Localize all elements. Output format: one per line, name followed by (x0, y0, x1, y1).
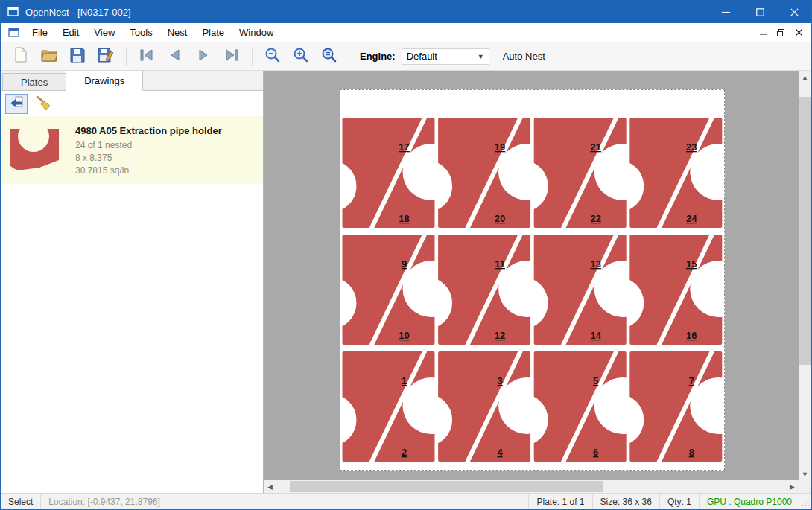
first-plate-button[interactable] (133, 45, 160, 68)
vertical-scroll-thumb[interactable] (799, 97, 811, 365)
scrollbar-corner (799, 480, 811, 493)
menu-item-nest[interactable]: Nest (160, 24, 195, 41)
svg-text:23: 23 (686, 141, 697, 153)
menu-item-file[interactable]: File (25, 24, 55, 41)
svg-text:10: 10 (399, 330, 409, 341)
scroll-up-icon[interactable]: ▲ (799, 71, 811, 83)
engine-value: Default (407, 51, 437, 62)
main-area: Plates Drawings (1, 71, 811, 493)
toolbar-separator (252, 48, 253, 66)
menu-bar: File Edit View Tools Nest Plate Window (1, 23, 811, 42)
open-folder-icon (40, 48, 58, 65)
save-floppy-icon (70, 48, 85, 65)
mdi-close-button[interactable] (790, 25, 807, 40)
svg-text:4: 4 (497, 447, 503, 458)
svg-text:20: 20 (495, 213, 505, 224)
svg-text:21: 21 (590, 141, 600, 153)
status-plate: Plate: 1 of 1 (528, 494, 591, 509)
drawings-toolbar (1, 91, 263, 116)
save-button[interactable] (64, 45, 91, 68)
zoom-out-button[interactable] (259, 45, 286, 68)
first-arrow-icon (139, 48, 155, 64)
svg-text:3: 3 (497, 375, 502, 386)
svg-text:1: 1 (402, 375, 407, 386)
drawing-list-item[interactable]: 4980 A05 Extraction pipe holder 24 of 1 … (1, 116, 263, 184)
next-arrow-icon (195, 48, 212, 64)
status-qty: Qty: 1 (659, 494, 699, 509)
svg-text:24: 24 (686, 213, 697, 224)
engine-label: Engine: (360, 51, 396, 62)
svg-text:12: 12 (495, 330, 505, 341)
auto-nest-button[interactable]: Auto Nest (503, 51, 545, 62)
zoom-fit-button[interactable] (316, 45, 343, 68)
horizontal-scroll-thumb[interactable] (290, 481, 603, 492)
last-plate-button[interactable] (218, 45, 245, 68)
svg-text:19: 19 (495, 141, 505, 153)
svg-text:15: 15 (686, 258, 697, 270)
title-bar: OpenNest - [N0317-002] (1, 1, 811, 23)
clear-nest-button[interactable] (32, 94, 54, 114)
nest-canvas[interactable]: 171819202122232491011121314151612345678 … (264, 71, 811, 493)
main-toolbar: Engine: Default ▼ Auto Nest (1, 42, 811, 71)
menu-item-plate[interactable]: Plate (194, 24, 232, 41)
save-as-button[interactable] (92, 45, 119, 68)
vertical-scrollbar[interactable]: ▲ ▼ (799, 71, 811, 480)
new-file-button[interactable] (7, 45, 34, 68)
svg-text:2: 2 (402, 447, 407, 458)
scroll-down-icon[interactable]: ▼ (799, 468, 811, 480)
svg-text:17: 17 (399, 141, 409, 153)
next-plate-button[interactable] (190, 45, 217, 68)
send-to-plate-button[interactable] (5, 94, 28, 114)
left-arrow-page-icon (8, 95, 25, 112)
svg-text:5: 5 (593, 375, 598, 386)
svg-text:22: 22 (590, 213, 600, 224)
menu-item-edit[interactable]: Edit (55, 24, 86, 41)
save-edit-icon (98, 48, 114, 65)
resize-grip[interactable] (799, 494, 811, 509)
svg-text:11: 11 (495, 258, 505, 270)
scroll-left-icon[interactable]: ◀ (264, 480, 276, 493)
previous-arrow-icon (167, 48, 183, 64)
nest-drawing[interactable]: 171819202122232491011121314151612345678 (340, 90, 724, 470)
status-size: Size: 36 x 36 (592, 494, 659, 509)
window-minimize-button[interactable] (708, 1, 743, 23)
svg-text:6: 6 (593, 447, 598, 458)
menu-item-view[interactable]: View (86, 24, 122, 41)
window-close-button[interactable] (777, 1, 811, 23)
drawing-size: 8 x 8.375 (75, 152, 222, 165)
window-title: OpenNest - [N0317-002] (25, 7, 131, 18)
status-bar: Select Location: [-0.9437, 21.8796] Plat… (1, 493, 811, 509)
drawing-nested-count: 24 of 1 nested (75, 139, 222, 152)
scroll-right-icon[interactable]: ▶ (786, 480, 799, 493)
svg-text:7: 7 (689, 375, 694, 386)
panel-tabstrip: Plates Drawings (1, 71, 263, 91)
svg-text:13: 13 (590, 258, 600, 270)
zoom-in-button[interactable] (288, 45, 314, 68)
window-maximize-button[interactable] (743, 1, 777, 23)
engine-select[interactable]: Default ▼ (402, 48, 489, 65)
previous-plate-button[interactable] (162, 45, 188, 68)
open-file-button[interactable] (36, 45, 63, 68)
tab-drawings[interactable]: Drawings (66, 71, 143, 91)
drawing-item-info: 4980 A05 Extraction pipe holder 24 of 1 … (75, 123, 222, 177)
zoom-fit-icon (321, 47, 337, 66)
status-mode: Select (1, 494, 41, 509)
plate-sheet[interactable]: 171819202122232491011121314151612345678 (340, 89, 725, 471)
svg-text:16: 16 (686, 330, 697, 341)
new-file-icon (13, 47, 28, 66)
drawing-title: 4980 A05 Extraction pipe holder (75, 124, 222, 137)
last-arrow-icon (223, 48, 240, 64)
menu-item-tools[interactable]: Tools (122, 24, 159, 41)
app-window: OpenNest - [N0317-002] File Edit View To… (0, 0, 812, 510)
zoom-in-icon (293, 47, 309, 66)
mdi-minimize-button[interactable] (755, 25, 771, 40)
menu-item-window[interactable]: Window (232, 24, 281, 41)
status-gpu: GPU : Quadro P1000 (699, 494, 799, 509)
svg-text:8: 8 (689, 447, 694, 458)
mdi-restore-button[interactable] (773, 25, 789, 40)
part-thumbnail (8, 123, 63, 177)
tab-plates[interactable]: Plates (2, 73, 66, 90)
chevron-down-icon: ▼ (478, 53, 484, 60)
app-icon (7, 7, 19, 17)
horizontal-scrollbar[interactable]: ◀ ▶ (264, 480, 799, 493)
